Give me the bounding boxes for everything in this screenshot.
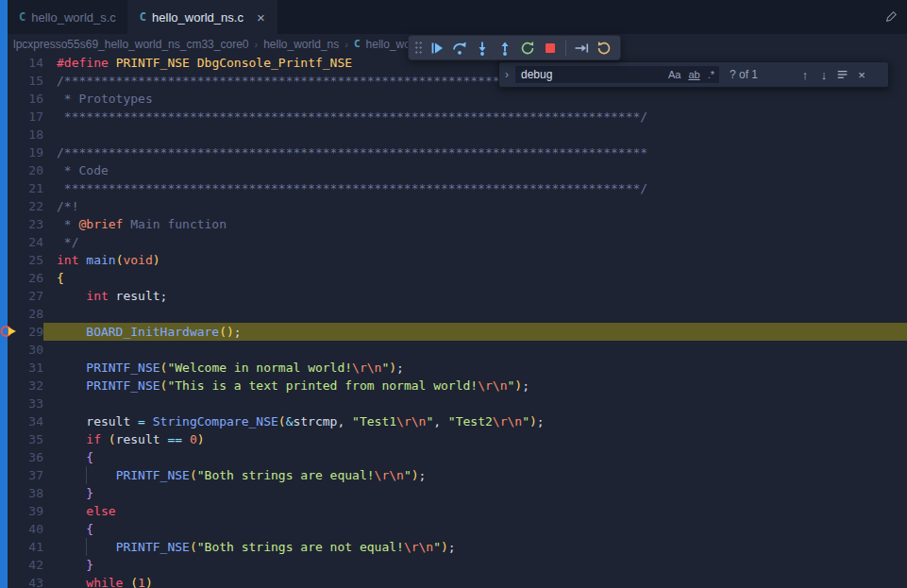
code-line[interactable]: 16 * Prototypes <box>8 90 907 108</box>
code-line[interactable]: 25int main(void) <box>8 251 907 269</box>
line-number[interactable]: 23 <box>8 215 43 233</box>
tab-hello-world-ns[interactable]: C hello_world_ns.c × <box>128 0 277 34</box>
continue-button[interactable] <box>427 38 447 59</box>
line-number[interactable]: 15 <box>8 72 43 90</box>
line-number[interactable]: 30 <box>8 341 43 359</box>
code-line[interactable]: 33 <box>8 395 907 412</box>
line-number[interactable]: 31 <box>8 359 43 377</box>
line-number[interactable]: 14 <box>8 54 43 72</box>
step-into-button[interactable] <box>472 38 493 59</box>
code-line[interactable]: 36 { <box>8 448 907 466</box>
code-line[interactable]: 17 *************************************… <box>8 108 907 126</box>
line-content: result = StringCompare_NSE(&strcmp, "Tes… <box>43 412 907 430</box>
line-content: if (result == 0) <box>43 430 907 448</box>
step-out-button[interactable] <box>495 38 515 59</box>
line-number[interactable]: 26 <box>8 269 43 287</box>
tab-hello-world-s[interactable]: C hello_world_s.c <box>8 0 128 34</box>
line-content: PRINTF_NSE("Both strings are equal!\r\n"… <box>43 466 907 484</box>
line-number[interactable]: 34 <box>8 412 43 430</box>
line-number[interactable]: 24 <box>8 233 43 251</box>
stop-button[interactable] <box>540 38 561 59</box>
code-line[interactable]: 20 * Code <box>8 161 907 179</box>
code-line[interactable]: 18 <box>8 126 907 143</box>
drag-handle-icon[interactable] <box>414 41 423 55</box>
toggle-replace-chevron-icon[interactable]: › <box>499 62 514 87</box>
c-file-icon: C <box>354 38 361 50</box>
indent-guide <box>86 466 87 484</box>
code-line[interactable]: 37 PRINTF_NSE("Both strings are equal!\r… <box>8 466 907 484</box>
code-line[interactable]: 21 *************************************… <box>8 179 907 197</box>
code-line[interactable]: 42 } <box>8 556 907 574</box>
breadcrumb-item-folder[interactable]: hello_world_ns <box>263 38 339 51</box>
line-number[interactable]: 33 <box>8 395 43 412</box>
line-number[interactable]: 36 <box>8 448 43 466</box>
line-number[interactable]: 25 <box>8 251 43 269</box>
code-line[interactable]: 30 <box>8 341 907 359</box>
line-content <box>43 395 907 412</box>
breadcrumb-item-project[interactable]: lpcxpresso55s69_hello_world_ns_cm33_core… <box>13 38 249 51</box>
tab-label: hello_world_ns.c <box>152 10 244 25</box>
find-results-count: ? of 1 <box>730 68 773 81</box>
line-number[interactable]: 16 <box>8 90 43 108</box>
line-number[interactable]: 17 <box>8 108 43 126</box>
close-icon[interactable]: × <box>852 65 871 84</box>
regex-button[interactable]: .* <box>705 68 717 81</box>
previous-match-button[interactable]: ↑ <box>796 65 815 84</box>
code-line[interactable]: 31 PRINTF_NSE("Welcome in normal world!\… <box>8 359 907 377</box>
close-icon[interactable]: × <box>257 10 265 25</box>
code-line[interactable]: 34 result = StringCompare_NSE(&strcmp, "… <box>8 412 907 430</box>
run-to-line-arrow-icon[interactable] <box>571 38 592 59</box>
line-number[interactable]: 18 <box>8 126 43 143</box>
debug-current-line-glyph <box>0 324 17 339</box>
code-line[interactable]: 19/*************************************… <box>8 143 907 161</box>
line-number[interactable]: 37 <box>8 466 43 484</box>
code-line[interactable]: 32 PRINTF_NSE("This is a text printed fr… <box>8 377 907 395</box>
line-number[interactable]: 27 <box>8 287 43 305</box>
code-lines: 14#define PRINTF_NSE DbgConsole_Printf_N… <box>8 54 907 588</box>
match-case-button[interactable]: Aa <box>665 68 683 81</box>
line-number[interactable]: 39 <box>8 502 43 520</box>
restart-button[interactable] <box>517 38 538 59</box>
code-line[interactable]: 41 PRINTF_NSE("Both strings are not equa… <box>8 538 907 556</box>
indent-guide <box>86 538 87 556</box>
step-over-button[interactable] <box>449 38 470 59</box>
code-line[interactable]: 28 <box>8 305 907 323</box>
line-number[interactable]: 40 <box>8 520 43 538</box>
code-line[interactable]: 39 else <box>8 502 907 520</box>
line-number[interactable]: 41 <box>8 538 43 556</box>
code-line[interactable]: 26{ <box>8 269 907 287</box>
line-number[interactable]: 38 <box>8 484 43 502</box>
code-line[interactable]: 40 { <box>8 520 907 538</box>
line-number[interactable]: 43 <box>8 574 43 588</box>
line-number[interactable]: 35 <box>8 430 43 448</box>
line-number[interactable]: 20 <box>8 161 43 179</box>
code-line[interactable]: 23 * @brief Main function <box>8 215 907 233</box>
code-line[interactable]: 27 int result; <box>8 287 907 305</box>
line-number[interactable]: 42 <box>8 556 43 574</box>
next-match-button[interactable]: ↓ <box>815 65 833 84</box>
line-number[interactable]: 32 <box>8 377 43 395</box>
line-number[interactable]: 19 <box>8 143 43 161</box>
line-content: } <box>43 556 907 574</box>
line-content: { <box>43 269 907 287</box>
code-line[interactable]: 35 if (result == 0) <box>8 430 907 448</box>
code-line[interactable]: 29 BOARD_InitHardware(); <box>8 323 907 341</box>
line-number[interactable]: 22 <box>8 197 43 215</box>
code-line[interactable]: 43 while (1) <box>8 574 907 588</box>
code-line[interactable]: 22/*! <box>8 197 907 215</box>
whole-word-button[interactable]: ab <box>685 68 702 81</box>
line-content: int result; <box>43 287 907 305</box>
pen-icon[interactable] <box>881 7 901 27</box>
c-file-icon: C <box>140 10 146 24</box>
code-line[interactable]: 38 } <box>8 484 907 502</box>
reverse-restart-icon[interactable] <box>594 38 614 59</box>
line-content: BOARD_InitHardware(); <box>43 323 907 341</box>
line-content <box>43 126 907 143</box>
line-number[interactable]: 28 <box>8 305 43 323</box>
line-content: { <box>43 448 907 466</box>
code-line[interactable]: 24 */ <box>8 233 907 251</box>
find-in-selection-button[interactable] <box>833 65 852 84</box>
line-content: PRINTF_NSE("Both strings are not equal!\… <box>43 538 907 556</box>
line-number[interactable]: 21 <box>8 179 43 197</box>
line-content: * @brief Main function <box>43 215 907 233</box>
